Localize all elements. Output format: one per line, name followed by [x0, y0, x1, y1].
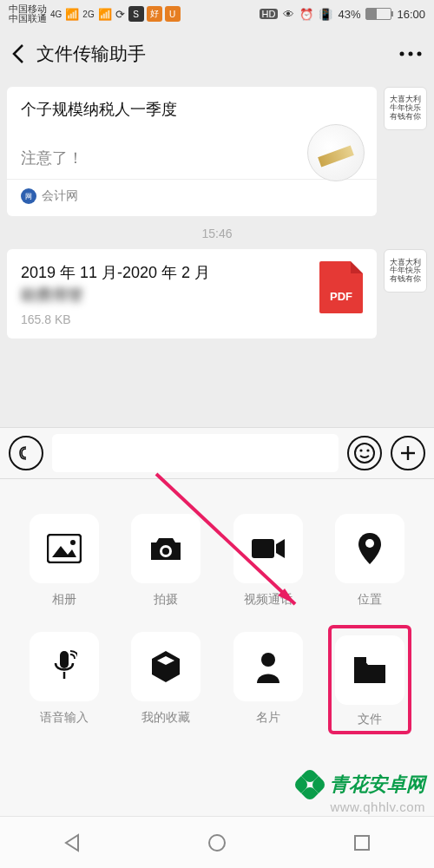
svg-marker-18: [152, 651, 180, 682]
attach-label: 拍摄: [154, 592, 178, 608]
battery-icon: [365, 8, 391, 20]
network-1: 4G: [50, 10, 62, 19]
svg-point-4: [359, 449, 362, 451]
svg-rect-26: [355, 836, 369, 850]
signal-1-icon: 📶: [65, 8, 79, 21]
svg-point-2: [418, 52, 422, 56]
attach-button[interactable]: [391, 436, 425, 470]
input-bar: [0, 427, 434, 479]
attach-label: 名片: [256, 710, 280, 726]
svg-marker-24: [66, 835, 78, 851]
article-bubble[interactable]: 个子ᅟᅟ规模纳税人一季度 ᅟᅟᅟᅟ 注意了！ 网 会计网: [7, 87, 377, 216]
attach-voice-input[interactable]: 语音输入: [17, 632, 111, 727]
attach-video-call[interactable]: 视频通话: [221, 514, 315, 608]
voice-toggle-button[interactable]: [9, 436, 43, 470]
nav-home-button[interactable]: [206, 832, 228, 854]
nav-recents-button[interactable]: [351, 832, 373, 854]
file-size: 165.8 KB: [21, 312, 307, 326]
svg-rect-16: [60, 651, 69, 668]
svg-point-12: [162, 548, 169, 555]
svg-point-1: [409, 52, 413, 56]
signal-2-icon: 📶: [98, 8, 112, 21]
network-2: 2G: [82, 10, 94, 19]
file-bubble[interactable]: 2019 年 11 月-2020 年 2 月 ᅟᅟ助费用管ᅟᅟ 165.8 KB…: [7, 249, 377, 338]
attach-contact-card[interactable]: 名片: [221, 632, 315, 727]
timestamp: 15:46: [7, 227, 427, 240]
attachment-panel: 相册 拍摄 视频通话 位置 语音输入 我的收藏 名片 文: [0, 479, 434, 816]
chat-area: 个子ᅟᅟ规模纳税人一季度 ᅟᅟᅟᅟ 注意了！ 网 会计网 大喜大利 牛年快乐 有…: [0, 80, 434, 356]
svg-marker-9: [52, 546, 76, 557]
nav-back-button[interactable]: [61, 832, 83, 854]
clock: 16:00: [397, 8, 425, 21]
attach-album[interactable]: 相册: [17, 514, 111, 608]
carrier-2: 中国联通: [9, 14, 47, 23]
hd-badge: HD: [260, 9, 279, 19]
highlight-box: 文件: [328, 625, 411, 734]
svg-point-5: [366, 449, 369, 451]
source-badge-icon: 网: [21, 188, 36, 204]
attach-label: 相册: [52, 592, 76, 608]
app-badge-3: U: [165, 6, 181, 22]
attach-label: 位置: [358, 592, 382, 608]
attach-file[interactable]: 文件: [324, 632, 418, 727]
attach-label: 视频通话: [244, 592, 293, 608]
vibrate-icon: 📳: [319, 8, 332, 21]
svg-point-20: [261, 653, 275, 667]
eye-icon: 👁: [283, 8, 294, 21]
app-badge-1: S: [128, 6, 144, 22]
attach-label: 我的收藏: [141, 710, 190, 726]
svg-rect-8: [48, 535, 81, 562]
svg-point-0: [400, 52, 404, 56]
attach-favorites[interactable]: 我的收藏: [120, 632, 214, 727]
message-row: 2019 年 11 月-2020 年 2 月 ᅟᅟ助费用管ᅟᅟ 165.8 KB…: [7, 249, 427, 338]
emoji-button[interactable]: [347, 436, 382, 470]
chat-header: 文件传输助手: [0, 28, 434, 80]
message-input[interactable]: [52, 434, 339, 472]
chat-title: 文件传输助手: [36, 42, 146, 66]
svg-rect-21: [354, 657, 366, 662]
file-title: 2019 年 11 月-2020 年 2 月 ᅟᅟ助费用管ᅟᅟ: [21, 261, 307, 306]
article-source: 网 会计网: [21, 188, 363, 204]
svg-rect-13: [252, 539, 274, 558]
svg-point-15: [365, 539, 374, 548]
alarm-icon: ⏰: [299, 8, 313, 21]
avatar[interactable]: 大喜大利 牛年快乐 有钱有你: [384, 87, 427, 130]
pdf-icon: PDF: [319, 261, 363, 313]
svg-point-10: [70, 540, 76, 545]
article-thumb-icon: [307, 124, 365, 181]
attach-label: 语音输入: [40, 710, 89, 726]
back-button[interactable]: [10, 42, 28, 66]
message-row: 个子ᅟᅟ规模纳税人一季度 ᅟᅟᅟᅟ 注意了！ 网 会计网 大喜大利 牛年快乐 有…: [7, 87, 427, 216]
status-bar: 中国移动 中国联通 4G 📶 2G 📶 ⟳ S 好 U HD 👁 ⏰ 📳 43%…: [0, 0, 434, 28]
avatar[interactable]: 大喜大利 牛年快乐 有钱有你: [384, 249, 427, 293]
attach-camera[interactable]: 拍摄: [120, 514, 214, 608]
wifi-icon: ⟳: [115, 8, 125, 21]
svg-marker-14: [276, 539, 285, 558]
attach-location[interactable]: 位置: [324, 514, 418, 608]
svg-point-3: [355, 444, 374, 463]
more-button[interactable]: [398, 50, 424, 57]
svg-point-25: [209, 835, 225, 851]
attach-label: 文件: [335, 712, 404, 727]
android-nav-bar: [0, 816, 434, 868]
app-badge-2: 好: [147, 6, 162, 22]
battery-pct: 43%: [338, 8, 360, 21]
